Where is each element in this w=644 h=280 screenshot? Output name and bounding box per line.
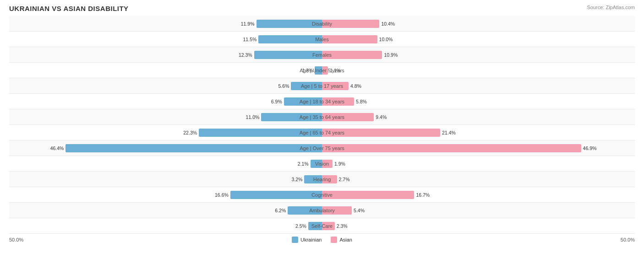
legend: Ukrainian Asian — [292, 237, 352, 243]
bar-right — [322, 129, 440, 137]
value-left: 6.2% — [275, 208, 286, 213]
chart-row: 6.9%5.8%Age | 18 to 34 years — [9, 94, 635, 109]
value-right: 2.3% — [337, 223, 348, 229]
source-label: Source: ZipAtlas.com — [587, 5, 635, 10]
bar-left — [230, 191, 322, 199]
value-left: 16.6% — [215, 192, 229, 198]
value-right: 9.4% — [376, 114, 387, 120]
bar-left — [257, 20, 322, 28]
bar-left — [311, 160, 322, 168]
chart-row: 3.2%2.7%Hearing — [9, 172, 635, 187]
value-right: 2.7% — [339, 177, 350, 182]
bar-right — [322, 222, 335, 230]
legend-ukrainian: Ukrainian — [292, 237, 322, 243]
bar-right — [322, 51, 382, 59]
value-right: 21.4% — [442, 130, 456, 135]
bar-right — [322, 175, 337, 183]
value-left: 22.3% — [183, 130, 197, 135]
legend-asian: Asian — [331, 237, 352, 243]
bar-right — [322, 144, 581, 152]
value-right: 46.9% — [583, 145, 597, 151]
value-right: 10.9% — [384, 52, 398, 58]
ukrainian-label: Ukrainian — [300, 237, 322, 242]
bar-right — [322, 20, 379, 28]
chart-row: 22.3%21.4%Age | 65 to 74 years — [9, 125, 635, 140]
chart-row: 16.6%16.7%Cognitive — [9, 187, 635, 203]
value-right: 5.8% — [356, 99, 367, 104]
value-left: 2.1% — [298, 161, 309, 167]
value-right: 1.9% — [334, 161, 345, 167]
value-left: 11.5% — [243, 37, 257, 42]
chart-row: 11.0%9.4%Age | 35 to 64 years — [9, 109, 635, 125]
bar-left — [304, 175, 322, 183]
chart-footer: 50.0% Ukrainian Asian 50.0% — [9, 237, 635, 243]
value-left: 2.5% — [295, 223, 306, 229]
chart-area: 11.9%10.4%Disability11.5%10.0%Males12.3%… — [9, 16, 635, 234]
bar-right — [322, 113, 374, 121]
bar-left — [284, 97, 322, 106]
bar-left — [258, 35, 322, 43]
bar-left — [308, 222, 322, 230]
value-left: 12.3% — [239, 52, 252, 58]
chart-row: 12.3%10.9%Females — [9, 47, 635, 63]
bar-left — [254, 51, 322, 59]
bar-right — [322, 206, 352, 215]
chart-row: 1.3%1.1%Age | Under 5 years — [9, 63, 635, 78]
chart-row: 2.1%1.9%Vision — [9, 156, 635, 172]
value-right: 10.4% — [381, 21, 395, 27]
value-right: 5.4% — [354, 208, 365, 213]
value-right: 1.1% — [330, 68, 341, 73]
chart-row: 46.4%46.9%Age | Over 75 years — [9, 140, 635, 156]
chart-row: 11.9%10.4%Disability — [9, 16, 635, 32]
value-left: 3.2% — [291, 177, 302, 182]
chart-row: 5.6%4.8%Age | 5 to 17 years — [9, 78, 635, 94]
value-left: 5.6% — [278, 83, 289, 89]
bar-left — [315, 66, 322, 75]
value-left: 11.9% — [241, 21, 255, 27]
bar-left — [261, 113, 322, 121]
bar-right — [322, 191, 414, 199]
scale-right: 50.0% — [621, 237, 635, 242]
bar-right — [322, 66, 328, 75]
chart-title: UKRAINIAN VS ASIAN DISABILITY — [9, 5, 635, 12]
chart-row: 11.5%10.0%Males — [9, 32, 635, 47]
ukrainian-legend-box — [292, 237, 298, 243]
scale-left: 50.0% — [9, 237, 23, 242]
bar-right — [322, 82, 349, 90]
value-left: 46.4% — [50, 145, 64, 151]
bar-right — [322, 97, 354, 106]
value-left: 1.3% — [302, 68, 313, 73]
value-right: 4.8% — [350, 83, 361, 89]
value-left: 6.9% — [271, 99, 282, 104]
asian-legend-box — [331, 237, 337, 243]
value-left: 11.0% — [246, 114, 260, 120]
value-right: 16.7% — [416, 192, 430, 198]
chart-row: 6.2%5.4%Ambulatory — [9, 203, 635, 218]
chart-row: 2.5%2.3%Self-Care — [9, 218, 635, 234]
bar-right — [322, 35, 377, 43]
bar-left — [288, 206, 322, 215]
value-right: 10.0% — [379, 37, 393, 42]
bar-left — [199, 129, 322, 137]
bar-left — [65, 144, 322, 152]
bar-right — [322, 160, 333, 168]
asian-label: Asian — [339, 237, 352, 242]
bar-left — [291, 82, 322, 90]
